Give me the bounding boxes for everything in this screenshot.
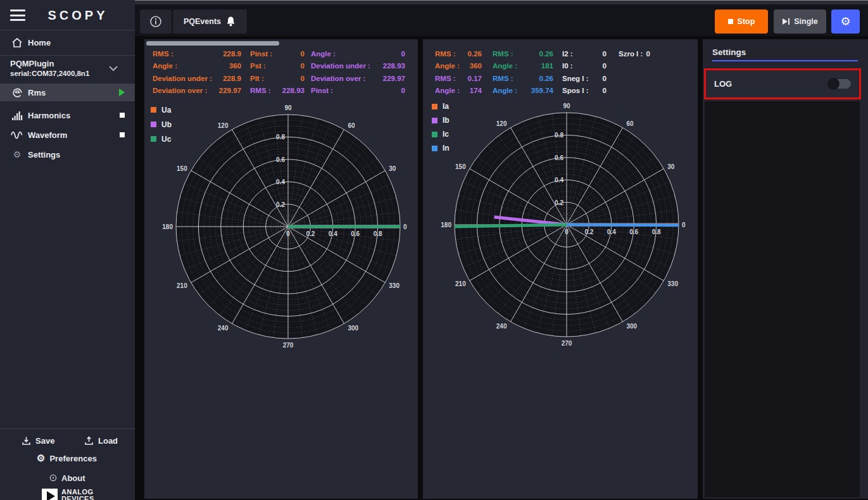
legend-swatch [151, 107, 156, 113]
about-label: About [61, 473, 85, 483]
stat-label: Szro I : [619, 50, 643, 58]
phasor-line-Ic [455, 225, 567, 227]
stat-cell: RMS :0.26 [493, 47, 553, 60]
angle-tick-label: 150 [455, 163, 466, 170]
stat-value: 0 [301, 62, 305, 70]
angle-tick-label: 240 [218, 325, 229, 332]
radial-tick-label: 0 [286, 230, 290, 237]
stat-value: 360 [229, 62, 241, 70]
waveform-icon [8, 130, 27, 140]
gear-icon: ⚙ [8, 149, 27, 159]
voltage-polar-panel: RMS :228.9Angle :360Deviation under :228… [144, 39, 418, 499]
load-icon [84, 436, 94, 446]
stat-cell: Angle :174 [435, 85, 482, 97]
stat-label: Spos I : [562, 87, 589, 94]
radial-tick-label: 0.8 [276, 134, 285, 141]
plugin-header[interactable]: PQMPlugin serial:COM37,2400,8n1 [10, 59, 124, 77]
chevron-down-icon[interactable] [109, 63, 118, 74]
legend-swatch [432, 132, 437, 137]
log-toggle[interactable] [828, 79, 851, 89]
save-button[interactable]: Save [22, 433, 54, 448]
top-toolbar: PQEvents Stop Single ⚙ [135, 4, 868, 36]
plot-settings-button[interactable]: ⚙ [831, 9, 860, 34]
plugin-serial: serial:COM37,2400,8n1 [10, 70, 124, 77]
sidebar-item-harmonics[interactable]: Harmonics [0, 106, 135, 124]
log-highlight-box: LOG [704, 68, 861, 99]
analog-devices-logo: ANALOG DEVICES [42, 489, 94, 500]
radial-tick-label: 0.6 [351, 230, 360, 237]
current-polar-panel: RMS :0.26Angle :360RMS :0.17Angle :174RM… [423, 39, 698, 499]
stat-label: Angle : [493, 87, 517, 94]
stat-value: 360 [470, 62, 482, 70]
radial-tick-label: 0.2 [276, 201, 285, 208]
info-button[interactable] [140, 9, 172, 34]
stat-value: 0.26 [539, 75, 553, 82]
load-label: Load [98, 436, 118, 446]
sidebar-item-home[interactable]: Home [0, 34, 135, 51]
radial-tick-label: 0.2 [306, 230, 315, 237]
angle-tick-label: 180 [162, 223, 173, 230]
harmonics-icon [8, 111, 27, 120]
angle-tick-label: 120 [218, 122, 229, 129]
rms-icon [8, 87, 27, 98]
radial-tick-label: 0.2 [584, 228, 593, 235]
legend-swatch [432, 146, 437, 151]
angle-tick-label: 120 [496, 120, 507, 127]
load-button[interactable]: Load [84, 433, 118, 448]
nav-item-label: Harmonics [28, 111, 120, 120]
stat-cell: Deviation under :228.93 [311, 60, 405, 73]
stats-column: I2 :0I0 :0Sneg I :0Spos I :0 [562, 47, 607, 97]
stat-value: 0 [603, 87, 607, 94]
adi-brand-line2: DEVICES [61, 495, 94, 500]
stat-label: Sneg I : [562, 75, 589, 82]
settings-panel-title: Settings [712, 47, 746, 57]
sidebar-item-waveform[interactable]: Waveform [0, 126, 135, 144]
angle-tick-label: 180 [441, 222, 451, 228]
angle-tick-label: 210 [455, 280, 466, 287]
hamburger-menu-icon[interactable] [10, 9, 27, 21]
angle-tick-label: 60 [348, 122, 356, 129]
preferences-button[interactable]: ⚙ Preferences [37, 451, 97, 466]
angle-tick-label: 270 [562, 340, 572, 347]
about-icon [49, 474, 57, 482]
legend-swatch [151, 122, 156, 127]
stat-label: Deviation under : [311, 62, 370, 70]
angle-tick-label: 330 [389, 282, 399, 289]
radial-tick-label: 0.8 [652, 228, 661, 235]
stop-button[interactable]: Stop [715, 9, 768, 34]
home-icon [8, 37, 27, 48]
stats-column: Szro I :0 [619, 47, 650, 60]
stat-value: 228.93 [282, 87, 305, 94]
single-button[interactable]: Single [774, 9, 826, 34]
stats-scrollbar-thumb[interactable] [146, 41, 279, 46]
stat-value: 0 [646, 50, 650, 58]
sidebar-item-settings[interactable]: ⚙Settings [0, 146, 135, 163]
stat-cell: Deviation under :228.9 [153, 72, 241, 85]
angle-tick-label: 330 [667, 280, 678, 287]
legend-swatch [151, 136, 156, 142]
stat-cell: Angle :360 [435, 60, 482, 73]
tab-pqevents-label: PQEvents [184, 17, 221, 26]
about-button[interactable]: About [49, 471, 85, 485]
stats-column: Angle :0Deviation under :228.93Deviation… [311, 47, 405, 97]
stat-label: Plt : [250, 75, 264, 82]
stat-label: RMS : [493, 50, 513, 58]
stopped-indicator-icon [120, 132, 125, 137]
angle-tick-label: 90 [284, 104, 292, 111]
stats-column: RMS :228.9Angle :360Deviation under :228… [153, 47, 241, 97]
angle-tick-label: 240 [496, 323, 507, 330]
save-icon [22, 436, 31, 446]
tab-pqevents[interactable]: PQEvents [173, 9, 247, 34]
stat-value: 228.9 [223, 75, 241, 82]
stat-cell: Angle :0 [311, 47, 405, 60]
sidebar-item-rms[interactable]: Rms [0, 84, 135, 101]
legend-swatch [432, 104, 437, 109]
phasor-line-In [567, 225, 679, 225]
radial-tick-label: 0.4 [555, 177, 563, 184]
stats-column: Pinst :0Pst :0Plt :0RMS :228.93 [250, 47, 305, 97]
stat-cell: RMS :0.26 [493, 72, 553, 85]
home-label: Home [28, 38, 51, 47]
angle-tick-label: 60 [627, 120, 634, 127]
stat-value: 0 [401, 50, 405, 58]
angle-tick-label: 270 [283, 342, 294, 349]
